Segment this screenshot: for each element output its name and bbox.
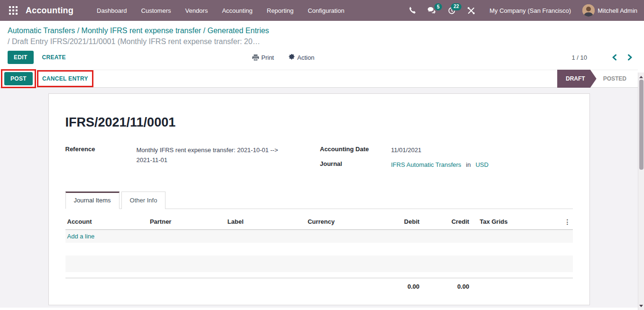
phone-icon[interactable] [408,7,416,14]
col-account[interactable]: Account [65,214,148,230]
cancel-annotation-box: CANCEL ENTRY [37,70,93,87]
add-a-line-link[interactable]: Add a line [65,229,573,243]
main-menu: Dashboard Customers Vendors Accounting R… [90,0,351,21]
menu-customers[interactable]: Customers [134,0,178,21]
print-label: Print [261,54,274,61]
user-avatar [582,4,595,17]
empty-row-striped [65,255,573,272]
col-debit[interactable]: Debit [369,214,421,230]
add-line-row: Add a line [65,229,573,243]
breadcrumb: Automatic Transfers / Monthly IFRS rent … [0,21,644,46]
breadcrumb-current: / Draft Entry IFRS/2021/11/0001 (Monthly… [8,37,636,46]
post-annotation-box: POST [1,69,36,88]
control-panel: EDIT CREATE Print Action 1 / 10 [0,46,644,70]
table-header-row: Account Partner Label Currency Debit Cre… [65,214,573,230]
pager-count: 1 / 10 [571,54,587,61]
menu-configuration[interactable]: Configuration [301,0,351,21]
form-statusbar: POST CANCEL ENTRY DRAFT POSTED [0,70,638,88]
totals-row: 0.00 0.00 [65,278,573,295]
action-label: Action [297,54,314,61]
total-credit: 0.00 [422,278,471,295]
menu-reporting[interactable]: Reporting [260,0,301,21]
action-menu[interactable]: Action [288,54,314,61]
form-view: IFRS/2021/11/0001 Reference Monthly IFRS… [0,88,638,308]
messages-badge: 5 [434,3,442,10]
status-widget: DRAFT POSTED [557,70,638,88]
notebook-tabs: Journal Items Other Info [65,191,573,209]
journal-currency-link[interactable]: USD [476,161,488,168]
journal-label: Journal [320,160,391,170]
total-debit: 0.00 [369,278,421,295]
company-switcher[interactable]: My Company (San Francisco) [489,7,571,14]
accounting-date-label: Accounting Date [320,145,391,155]
pager-next-icon[interactable] [627,54,633,61]
status-draft[interactable]: DRAFT [557,70,597,88]
record-pager: 1 / 10 [571,54,636,61]
user-name: Mitchell Admin [598,7,637,14]
entry-name-title: IFRS/2021/11/0001 [65,115,573,130]
menu-dashboard[interactable]: Dashboard [90,0,134,21]
app-title[interactable]: Accounting [26,6,74,16]
col-currency[interactable]: Currency [306,214,370,230]
messages-icon[interactable]: 5 [427,7,436,14]
tools-icon[interactable] [467,7,475,15]
top-navbar: Accounting Dashboard Customers Vendors A… [0,0,644,21]
field-group: Reference Monthly IFRS rent expense tran… [65,145,573,175]
col-partner[interactable]: Partner [148,214,226,230]
col-tax-grids[interactable]: Tax Grids [471,214,559,230]
journal-in-text: in [466,161,471,168]
create-button[interactable]: CREATE [42,54,66,61]
edit-button[interactable]: EDIT [8,51,34,64]
scroll-down-icon[interactable] [639,305,643,307]
activities-icon[interactable]: 22 [448,7,456,15]
accounting-date-value: 11/01/2021 [391,145,422,155]
journal-link[interactable]: IFRS Automatic Transfers [391,161,461,168]
user-menu[interactable]: Mitchell Admin [582,4,637,17]
col-label[interactable]: Label [226,214,306,230]
printer-icon [252,55,259,61]
col-credit[interactable]: Credit [422,214,471,230]
activities-badge: 22 [451,3,461,10]
post-button[interactable]: POST [4,72,33,85]
column-options-icon[interactable]: ⋮ [560,214,573,230]
tab-other-info[interactable]: Other Info [121,191,166,209]
form-sheet: IFRS/2021/11/0001 Reference Monthly IFRS… [48,93,590,305]
journal-items-table: Account Partner Label Currency Debit Cre… [65,214,573,295]
reference-label: Reference [65,145,137,165]
menu-vendors[interactable]: Vendors [178,0,215,21]
print-menu[interactable]: Print [252,54,274,61]
tab-journal-items[interactable]: Journal Items [65,191,120,209]
reference-value: Monthly IFRS rent expense transfer: 2021… [137,145,295,165]
vertical-scrollbar[interactable] [638,73,644,310]
breadcrumb-links[interactable]: Automatic Transfers / Monthly IFRS rent … [8,27,636,35]
pager-previous-icon[interactable] [612,54,617,61]
empty-row [65,272,573,278]
scrollbar-thumb[interactable] [639,80,644,170]
empty-row [65,243,573,255]
apps-menu-icon[interactable] [7,4,20,17]
status-posted[interactable]: POSTED [597,70,638,88]
cancel-entry-button[interactable]: CANCEL ENTRY [42,75,88,82]
menu-accounting[interactable]: Accounting [215,0,259,21]
gear-icon [288,54,295,61]
scroll-up-icon[interactable] [639,76,643,78]
